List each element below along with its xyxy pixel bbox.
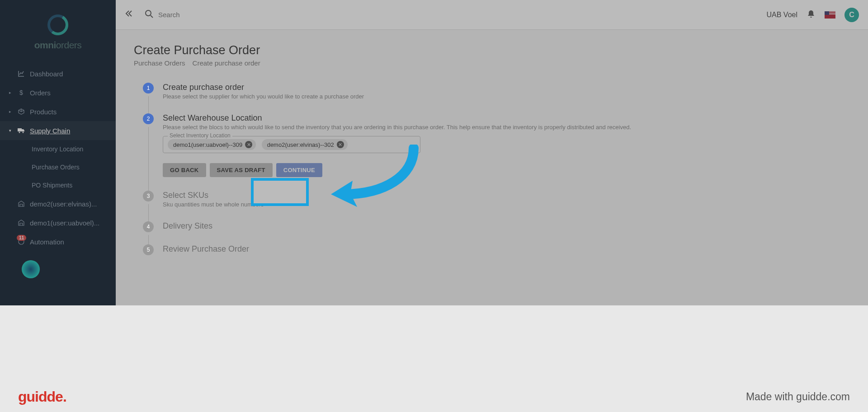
dollar-icon: $ (17, 89, 25, 97)
sidebar-item-supply-chain[interactable]: ▾ Supply Chain (0, 121, 116, 140)
sidebar-item-po-shipments[interactable]: PO Shipments (0, 176, 116, 194)
step-desc: Please select the blocs to which would l… (163, 124, 850, 131)
chevron-right-icon: ▸ (9, 90, 13, 95)
chevron-right-icon: ▸ (9, 109, 13, 114)
inventory-location-field[interactable]: Select Inventory Location demo1(user:uab… (163, 136, 420, 153)
brand-logo-area: omniorders (0, 5, 116, 64)
chip-close-icon[interactable]: ✕ (337, 141, 344, 148)
sidebar-collapse-button[interactable] (125, 9, 133, 20)
truck-icon (17, 126, 25, 135)
bell-icon[interactable] (807, 9, 816, 20)
field-label: Select Inventory Location (168, 132, 232, 139)
svg-point-6 (146, 10, 151, 16)
step-desc: Please select the supplier for which you… (163, 93, 850, 100)
step-num: 1 (143, 83, 154, 94)
warehouse-icon (17, 219, 25, 227)
sidebar-item-products[interactable]: ▸ Products (0, 102, 116, 121)
step-title: Select Warehouse Location (163, 113, 850, 123)
notification-badge: 11 (17, 235, 26, 241)
header: UAB Voel C (116, 0, 868, 30)
search-box[interactable] (140, 6, 239, 23)
content-area: UAB Voel C Create Purchase Order Purchas… (116, 0, 868, 305)
overlay-logo-icon (22, 260, 40, 278)
sidebar-item-automation[interactable]: 11 Automation (0, 232, 116, 251)
guidde-logo: guidde. (18, 389, 66, 405)
chip-close-icon[interactable]: ✕ (245, 141, 252, 148)
footer: guidde. Made with guidde.com (0, 381, 868, 412)
chart-icon (17, 70, 25, 78)
sidebar-item-orders[interactable]: ▸ $ Orders (0, 83, 116, 102)
sidebar-item-dashboard[interactable]: Dashboard (0, 64, 116, 83)
step-num: 5 (143, 244, 154, 255)
location-chip: demo1(user:uabvoel)--309 ✕ (168, 139, 256, 150)
step-3: 3 Select SKUs Sku quantities must be who… (143, 191, 850, 221)
flag-icon[interactable] (825, 11, 835, 19)
sidebar-item-demo1[interactable]: demo1(user:uabvoel)... (0, 213, 116, 232)
continue-button[interactable]: CONTINUE (276, 163, 322, 177)
search-input[interactable] (158, 11, 244, 19)
step-desc: Sku quantities must be whole numbers (163, 201, 850, 208)
go-back-button[interactable]: GO BACK (163, 163, 206, 177)
location-chip: demo2(user:elvinas)--302 ✕ (262, 139, 348, 150)
box-icon (17, 108, 25, 116)
save-draft-button[interactable]: SAVE AS DRAFT (210, 163, 273, 177)
brand-name: omniorders (0, 40, 116, 51)
org-name: UAB Voel (767, 11, 797, 19)
automation-icon: 11 (17, 238, 25, 246)
svg-point-3 (19, 132, 20, 133)
avatar[interactable]: C (844, 8, 859, 22)
sidebar: omniorders Dashboard ▸ $ Orders ▸ Produc… (0, 0, 116, 305)
step-1: 1 Create purchase order Please select th… (143, 83, 850, 113)
step-title: Create purchase order (163, 83, 850, 92)
sidebar-item-demo2[interactable]: demo2(user:elvinas)... (0, 194, 116, 213)
step-num: 3 (143, 191, 154, 201)
step-5: 5 Review Purchase Order (143, 244, 850, 267)
footer-attribution: Made with guidde.com (746, 391, 850, 403)
breadcrumb: Purchase Orders Create purchase order (134, 59, 850, 67)
warehouse-icon (17, 200, 25, 208)
chevron-down-icon: ▾ (9, 128, 13, 133)
sidebar-item-inventory-location[interactable]: Inventory Location (0, 140, 116, 158)
step-title: Delivery Sites (163, 221, 850, 231)
brand-logo-icon (47, 14, 69, 36)
step-4: 4 Delivery Sites (143, 221, 850, 244)
step-title: Review Purchase Order (163, 244, 850, 254)
step-title: Select SKUs (163, 191, 850, 200)
page-title: Create Purchase Order (134, 43, 850, 57)
step-2: 2 Select Warehouse Location Please selec… (143, 113, 850, 191)
svg-point-4 (23, 132, 24, 133)
step-num: 2 (143, 113, 154, 124)
sidebar-item-purchase-orders[interactable]: Purchase Orders (0, 158, 116, 176)
svg-text:$: $ (19, 89, 23, 96)
search-icon (145, 9, 154, 20)
step-num: 4 (143, 221, 154, 232)
